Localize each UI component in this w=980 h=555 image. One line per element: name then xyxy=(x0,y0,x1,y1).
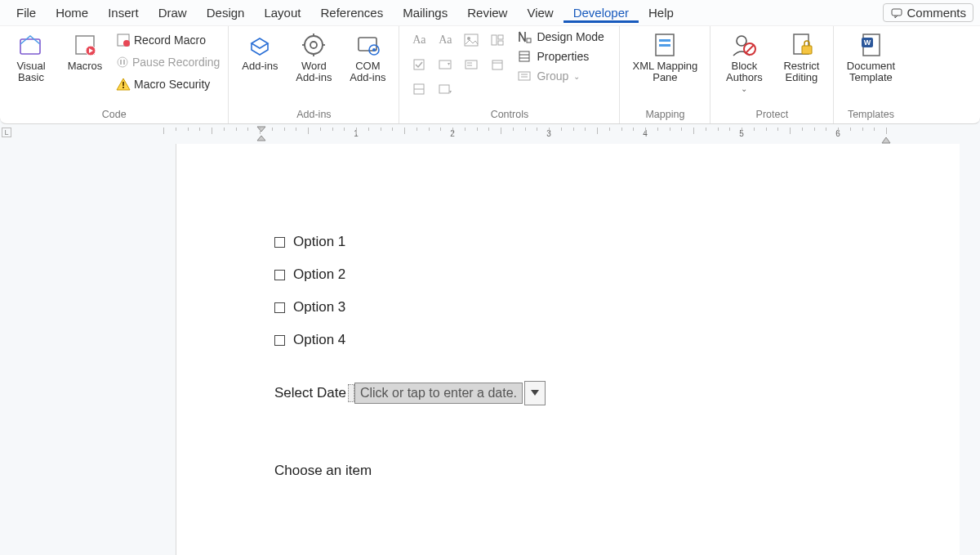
pause-recording-button: Pause Recording xyxy=(116,54,220,70)
restrict-editing-label: Restrict Editing xyxy=(777,60,825,83)
block-authors-label: Block Authors xyxy=(719,60,769,83)
content-control-handle[interactable] xyxy=(348,384,354,402)
group-addins-label: Add-ins xyxy=(237,107,390,123)
tab-design[interactable]: Design xyxy=(197,2,255,23)
macro-security-label: Macro Security xyxy=(134,78,210,91)
ribbon: Visual Basic Macros Record Macro Pause R… xyxy=(0,26,980,124)
document-area: Option 1Option 2Option 3Option 4 Select … xyxy=(0,144,980,555)
svg-marker-57 xyxy=(882,137,890,143)
properties-button[interactable]: Properties xyxy=(517,49,604,64)
tab-file[interactable]: File xyxy=(7,2,46,23)
horizontal-ruler[interactable]: 123456 xyxy=(163,128,947,141)
option-label: Option 2 xyxy=(293,266,345,283)
macros-icon xyxy=(71,31,99,59)
option-label: Option 1 xyxy=(293,234,345,250)
block-authors-button[interactable]: Block Authors ⌄ xyxy=(719,29,769,95)
visual-basic-button[interactable]: Visual Basic xyxy=(8,29,54,83)
com-addins-button[interactable]: COM Add-ins xyxy=(345,29,390,83)
control-legacy[interactable] xyxy=(434,78,457,100)
page[interactable]: Option 1Option 2Option 3Option 4 Select … xyxy=(176,144,960,555)
svg-rect-27 xyxy=(414,60,424,69)
select-date-label: Select Date xyxy=(274,385,346,401)
com-addins-label: COM Add-ins xyxy=(345,60,390,83)
control-combobox[interactable] xyxy=(434,54,457,75)
tab-draw[interactable]: Draw xyxy=(149,2,197,23)
chevron-down-icon: ⌄ xyxy=(573,72,580,81)
group-button[interactable]: Group ⌄ xyxy=(517,69,604,83)
option-row: Option 1 xyxy=(274,234,546,250)
svg-rect-45 xyxy=(659,39,670,42)
addins-icon xyxy=(246,31,274,59)
tab-selector[interactable]: L xyxy=(2,128,11,137)
control-dropdown[interactable] xyxy=(460,54,483,75)
checkbox-control[interactable] xyxy=(274,237,285,248)
option-label: Option 3 xyxy=(293,299,345,316)
group-addins: Add-ins Word Add-ins COM Add-ins Add-ins xyxy=(229,26,399,123)
group-templates-label: Templates xyxy=(842,107,899,123)
tab-references[interactable]: References xyxy=(310,2,393,23)
pause-recording-label: Pause Recording xyxy=(132,56,220,69)
document-content: Option 1Option 2Option 3Option 4 Select … xyxy=(274,234,546,479)
controls-gallery: Aa Aa xyxy=(408,29,509,100)
word-addins-label: Word Add-ins xyxy=(291,60,336,83)
group-mapping: XML Mapping Pane Mapping xyxy=(620,26,710,123)
svg-rect-22 xyxy=(465,34,478,46)
tab-view[interactable]: View xyxy=(517,2,563,23)
macros-button[interactable]: Macros xyxy=(62,29,108,72)
svg-marker-58 xyxy=(531,390,539,396)
properties-icon xyxy=(517,49,532,64)
control-checkbox[interactable] xyxy=(408,54,430,75)
date-picker-field[interactable]: Click or tap to enter a date. xyxy=(354,383,523,404)
control-datepicker[interactable] xyxy=(486,54,509,75)
comments-button[interactable]: Comments xyxy=(883,3,973,22)
svg-point-6 xyxy=(123,40,130,47)
group-protect-label: Protect xyxy=(719,107,825,123)
svg-rect-11 xyxy=(122,82,124,86)
checkbox-control[interactable] xyxy=(274,270,285,280)
tab-mailings[interactable]: Mailings xyxy=(393,2,457,23)
tab-insert[interactable]: Insert xyxy=(98,2,149,23)
choose-item-label: Choose an item xyxy=(274,463,546,479)
date-picker-dropdown[interactable] xyxy=(524,381,546,405)
tab-developer[interactable]: Developer xyxy=(564,2,639,23)
svg-marker-56 xyxy=(257,136,265,141)
macro-security-button[interactable]: Macro Security xyxy=(116,75,220,93)
tab-help[interactable]: Help xyxy=(639,2,684,23)
svg-point-23 xyxy=(467,37,470,40)
svg-rect-38 xyxy=(519,51,529,61)
svg-rect-32 xyxy=(492,60,502,69)
xml-mapping-icon xyxy=(651,31,679,59)
word-addins-icon xyxy=(300,31,327,59)
checkbox-control[interactable] xyxy=(274,302,285,313)
indent-marker[interactable] xyxy=(256,126,266,142)
control-plaintext[interactable]: Aa xyxy=(434,29,457,51)
control-repeating[interactable] xyxy=(408,78,430,100)
visual-basic-label: Visual Basic xyxy=(8,60,54,83)
design-mode-icon xyxy=(517,29,532,44)
group-code-label: Code xyxy=(8,107,220,123)
restrict-editing-button[interactable]: Restrict Editing xyxy=(777,29,825,83)
addins-label: Add-ins xyxy=(242,60,278,72)
addins-button[interactable]: Add-ins xyxy=(237,29,283,72)
word-addins-button[interactable]: Word Add-ins xyxy=(291,29,336,83)
svg-rect-9 xyxy=(123,60,125,65)
svg-rect-37 xyxy=(527,38,531,43)
control-picture[interactable] xyxy=(460,29,483,51)
xml-mapping-button[interactable]: XML Mapping Pane xyxy=(628,29,702,83)
group-code: Visual Basic Macros Record Macro Pause R… xyxy=(0,26,229,123)
tab-layout[interactable]: Layout xyxy=(254,2,310,23)
record-macro-button[interactable]: Record Macro xyxy=(116,31,220,49)
chevron-down-icon: ⌄ xyxy=(741,83,747,95)
xml-mapping-label: XML Mapping Pane xyxy=(628,60,702,83)
pause-recording-icon xyxy=(116,56,129,69)
document-template-button[interactable]: W Document Template xyxy=(842,29,899,83)
group-btn-label: Group xyxy=(537,69,568,83)
checkbox-control[interactable] xyxy=(274,335,285,346)
control-richtext[interactable]: Aa xyxy=(408,29,430,51)
design-mode-button[interactable]: Design Mode xyxy=(517,29,604,44)
right-indent-marker[interactable] xyxy=(881,134,891,144)
tab-home[interactable]: Home xyxy=(46,2,98,23)
option-row: Option 4 xyxy=(274,332,546,348)
control-buildingblock[interactable] xyxy=(486,29,509,51)
tab-review[interactable]: Review xyxy=(457,2,517,23)
